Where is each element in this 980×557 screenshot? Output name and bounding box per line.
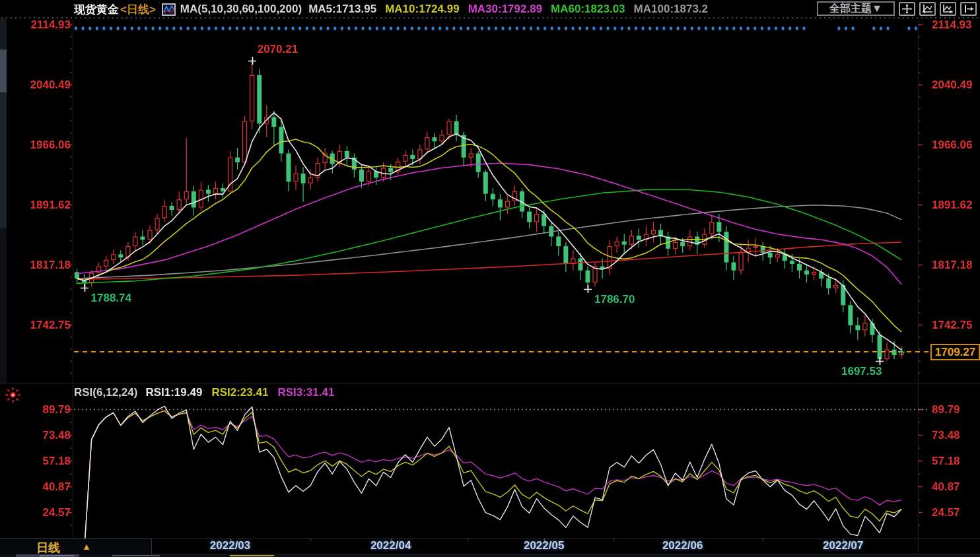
x-axis-label: 2022/05 [516, 539, 572, 552]
ma-values-group: MA5:1713.95MA10:1724.99MA30:1792.89MA60:… [308, 3, 717, 16]
ma-settings-label: MA(5,10,30,60,100,200) [180, 3, 302, 16]
rsi-axis-label-right: 89.79 [932, 403, 980, 416]
crosshair-move-icon[interactable] [899, 2, 915, 16]
y-axis-label-right: 2040.49 [932, 79, 980, 92]
y-axis-label-left: 1817.18 [0, 259, 71, 272]
symbol-period: <日线> [120, 2, 156, 17]
y-axis-label-right: 1891.62 [932, 199, 980, 212]
rsi-axis-label-right: 40.87 [932, 480, 980, 494]
rsi-axis-label-left: 40.87 [0, 480, 71, 494]
rsi-axis-label-left: 89.79 [0, 403, 71, 416]
y-axis-label-left: 2114.93 [0, 18, 71, 32]
rsi-value-label: RSI3:31.41 [277, 386, 334, 399]
y-axis-label-left: 1742.75 [0, 319, 71, 332]
bottom-tab-fragment [40, 555, 74, 556]
chart-canvas[interactable] [0, 0, 980, 557]
theme-selector-dropdown[interactable]: 全部主题▼ [817, 1, 895, 16]
price-annotation-1788.74: 1788.74 [91, 292, 131, 305]
bottom-tab-fragment [230, 555, 274, 556]
left-strip-lower [0, 228, 7, 383]
y-axis-label-left: 1966.06 [0, 139, 71, 152]
y-axis-label-right: 1742.75 [932, 319, 980, 332]
trading-app: 现货黄金 <日线> MA(5,10,30,60,100,200) MA5:171… [0, 0, 980, 557]
rsi-axis-label-left: 57.18 [0, 455, 71, 468]
price-annotation-1697.53: 1697.53 [841, 365, 882, 378]
ma-value-label: MA5:1713.95 [308, 3, 376, 15]
rsi-value-label: RSI1:19.49 [145, 386, 202, 399]
rsi-value-label: RSI2:23.41 [211, 386, 268, 399]
rsi-settings-label: RSI(6,12,24) [74, 386, 137, 399]
ma-value-label: MA30:1792.89 [468, 3, 542, 15]
x-axis-label: 2022/03 [203, 539, 258, 552]
rsi-legend-bar: RSI(6,12,24) RSI1:19.49RSI2:23.41RSI3:31… [74, 386, 343, 399]
rsi-axis-label-left: 73.48 [0, 429, 71, 442]
x-axis-label: 2022/07 [816, 539, 871, 552]
symbol-name: 现货黄金 [74, 2, 119, 17]
rsi-values-group: RSI1:19.49RSI2:23.41RSI3:31.41 [145, 386, 343, 399]
price-annotation-1786.70: 1786.70 [594, 293, 635, 306]
pan-right-icon[interactable] [960, 2, 977, 16]
rsi-axis-label-right: 57.18 [932, 455, 980, 468]
current-price-label: 1709.27 [930, 344, 980, 360]
rsi-axis-label-right: 73.48 [932, 429, 980, 442]
period-tab-arrow-icon: ▲ [82, 541, 91, 552]
y-axis-label-right: 1817.18 [932, 259, 980, 272]
y-axis-label-left: 1891.62 [0, 199, 71, 212]
bottom-tabs-strip[interactable] [0, 554, 980, 557]
axis-scale-right-icon[interactable] [940, 2, 956, 16]
y-axis-label-right: 1966.06 [932, 139, 980, 152]
y-axis-label-left: 2040.49 [0, 79, 71, 92]
price-annotation-2070.21: 2070.21 [258, 43, 298, 56]
x-axis-label: 2022/04 [363, 539, 419, 552]
indicator-chart-icon[interactable] [162, 3, 176, 16]
x-axis-label: 2022/06 [655, 539, 711, 552]
period-tab-label: 日线 [36, 540, 60, 556]
chart-legend-bar: 现货黄金 <日线> MA(5,10,30,60,100,200) MA5:171… [74, 0, 717, 18]
axis-scale-left-icon[interactable] [919, 2, 936, 16]
ma-value-label: MA60:1823.03 [551, 3, 625, 15]
period-tab-daily[interactable]: 日线 ▲ [0, 539, 152, 554]
bottom-tab-fragment [112, 555, 160, 556]
ma-value-label: MA100:1873.2 [634, 3, 708, 15]
rsi-axis-label-left: 24.57 [0, 506, 71, 519]
y-axis-label-right: 2114.93 [932, 18, 980, 32]
rsi-axis-label-right: 24.57 [932, 506, 980, 519]
header-toolbar: 全部主题▼ [817, 1, 977, 16]
ma-value-label: MA10:1724.99 [385, 3, 459, 15]
